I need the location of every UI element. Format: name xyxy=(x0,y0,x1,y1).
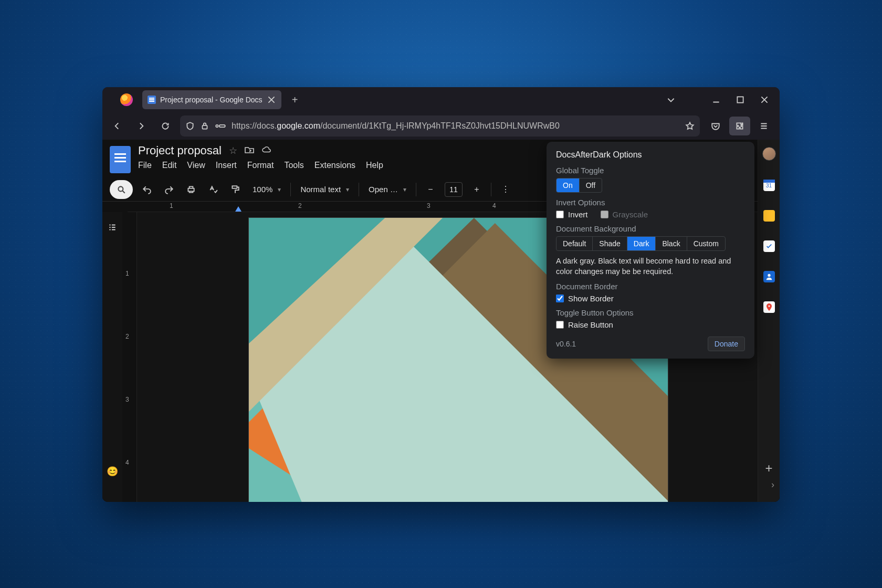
minimize-icon xyxy=(711,95,721,104)
print-icon xyxy=(186,185,196,194)
browser-tab[interactable]: Project proposal - Google Docs xyxy=(142,90,281,109)
chevron-down-icon xyxy=(666,95,676,104)
show-border-checkbox[interactable]: Show Border xyxy=(556,294,745,303)
browser-window: Project proposal - Google Docs + https:/… xyxy=(102,87,780,502)
font-size-input[interactable]: 11 xyxy=(445,182,463,197)
global-toggle-on[interactable]: On xyxy=(556,178,580,192)
menu-file[interactable]: File xyxy=(138,161,152,170)
paint-roller-icon xyxy=(230,185,240,194)
minimize-button[interactable] xyxy=(704,89,728,110)
tab-close-button[interactable] xyxy=(267,95,276,104)
donate-button[interactable]: Donate xyxy=(708,337,745,351)
global-toggle-label: Global Toggle xyxy=(556,166,745,175)
show-border-label: Show Border xyxy=(568,294,614,303)
bookmark-star-icon[interactable] xyxy=(685,121,695,131)
pocket-button[interactable] xyxy=(705,117,726,135)
ruler-mark: 1 xyxy=(125,270,129,277)
menu-insert[interactable]: Insert xyxy=(216,161,237,170)
document-border-label: Document Border xyxy=(556,282,745,291)
background-description: A dark gray. Black text will become hard… xyxy=(556,256,745,277)
menu-format[interactable]: Format xyxy=(247,161,274,170)
background-segmented: Default Shade Dark Black Custom xyxy=(556,236,726,251)
window-controls xyxy=(704,89,776,110)
increase-font-size-button[interactable]: + xyxy=(469,181,485,198)
address-bar[interactable]: https://docs.google.com/document/d/1KtTg… xyxy=(180,116,700,136)
hamburger-icon xyxy=(759,121,769,131)
ruler-mark: 3 xyxy=(427,202,430,209)
undo-button[interactable] xyxy=(139,181,155,198)
search-menus-button[interactable] xyxy=(110,180,133,199)
menu-view[interactable]: View xyxy=(187,161,205,170)
new-tab-button[interactable]: + xyxy=(288,92,302,107)
bg-dark[interactable]: Dark xyxy=(627,237,656,250)
paragraph-style-dropdown[interactable]: Normal text▾ xyxy=(297,185,352,194)
svg-point-16 xyxy=(768,305,770,307)
svg-point-4 xyxy=(118,186,123,191)
get-addons-button[interactable]: + xyxy=(765,461,772,476)
star-document-button[interactable]: ☆ xyxy=(229,145,237,156)
docs-logo-icon[interactable] xyxy=(110,146,131,173)
zoom-dropdown[interactable]: 100%▾ xyxy=(249,185,284,194)
vertical-ruler[interactable]: 1 2 3 4 xyxy=(122,212,137,502)
docs-menu-bar: File Edit View Insert Format Tools Exten… xyxy=(138,161,383,170)
bg-default[interactable]: Default xyxy=(556,237,593,250)
maximize-icon xyxy=(736,95,745,104)
reload-icon xyxy=(161,121,170,131)
redo-button[interactable] xyxy=(161,181,177,198)
keep-sidebar-button[interactable] xyxy=(763,212,775,222)
firefox-logo-icon xyxy=(120,93,133,106)
close-icon xyxy=(760,95,769,104)
zoom-value: 100% xyxy=(253,185,272,194)
global-toggle-off[interactable]: Off xyxy=(580,178,602,192)
document-background-label: Document Background xyxy=(556,224,745,233)
more-toolbar-button[interactable]: ⋮ xyxy=(498,181,513,198)
svg-rect-3 xyxy=(219,125,225,127)
bg-shade[interactable]: Shade xyxy=(593,237,627,250)
paragraph-style-value: Normal text xyxy=(300,185,341,194)
extension-version: v0.6.1 xyxy=(556,340,576,348)
extensions-button[interactable] xyxy=(729,117,750,135)
expand-side-panel-button[interactable]: › xyxy=(771,479,774,490)
maps-sidebar-button[interactable] xyxy=(763,301,775,313)
outline-icon xyxy=(108,223,117,232)
print-button[interactable] xyxy=(183,181,199,198)
document-title[interactable]: Project proposal xyxy=(138,144,222,158)
check-icon xyxy=(765,243,773,250)
paint-format-button[interactable] xyxy=(227,181,243,198)
invert-checkbox[interactable]: Invert xyxy=(556,210,588,219)
bg-custom[interactable]: Custom xyxy=(687,237,725,250)
spellcheck-button[interactable] xyxy=(205,181,221,198)
menu-tools[interactable]: Tools xyxy=(284,161,303,170)
decrease-font-size-button[interactable]: − xyxy=(423,181,438,198)
tasks-sidebar-button[interactable] xyxy=(763,240,775,252)
svg-rect-1 xyxy=(203,125,207,129)
reload-button[interactable] xyxy=(156,117,175,135)
svg-rect-6 xyxy=(232,186,237,188)
indent-marker-icon[interactable] xyxy=(235,206,242,212)
document-outline-button[interactable] xyxy=(108,223,117,235)
cloud-status-icon[interactable] xyxy=(261,145,271,157)
bg-black[interactable]: Black xyxy=(656,237,687,250)
grayscale-checkbox[interactable]: Grayscale xyxy=(601,210,648,219)
menu-help[interactable]: Help xyxy=(366,161,383,170)
app-menu-button[interactable] xyxy=(753,117,774,135)
arrow-right-icon xyxy=(136,121,146,131)
forward-button[interactable] xyxy=(132,117,151,135)
google-docs-app: Project proposal ☆ File Edit View Insert… xyxy=(102,140,780,502)
contacts-sidebar-button[interactable] xyxy=(763,271,775,282)
menu-edit[interactable]: Edit xyxy=(162,161,177,170)
tabs-list-button[interactable] xyxy=(659,89,683,110)
url-toolbar: https://docs.google.com/document/d/1KtTg… xyxy=(102,112,780,140)
menu-extensions[interactable]: Extensions xyxy=(314,161,355,170)
move-document-button[interactable] xyxy=(245,145,254,157)
global-toggle: On Off xyxy=(556,178,602,193)
back-button[interactable] xyxy=(108,117,127,135)
maximize-button[interactable] xyxy=(728,89,752,110)
emoji-reaction-button[interactable]: 😊 xyxy=(107,466,118,477)
cloud-icon xyxy=(261,145,271,154)
ruler-mark: 1 xyxy=(170,202,173,209)
font-family-dropdown[interactable]: Open …▾ xyxy=(365,185,410,194)
close-window-button[interactable] xyxy=(752,89,776,110)
raise-button-checkbox[interactable]: Raise Button xyxy=(556,320,745,329)
arrow-left-icon xyxy=(112,121,122,131)
